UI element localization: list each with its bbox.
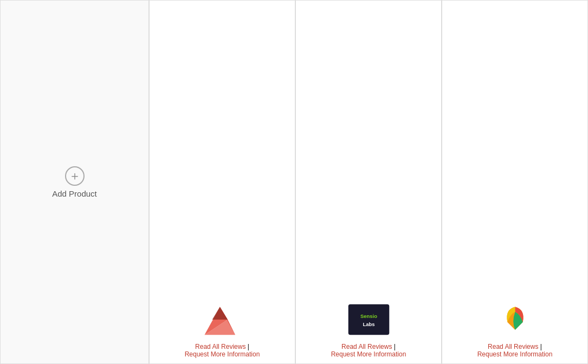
comparison-table: ＋ Add Product Read All Reviews | Request…: [0, 0, 588, 364]
svg-text:Labs: Labs: [363, 321, 374, 327]
product-3-links: Read All Reviews | Request More Informat…: [477, 343, 553, 358]
product-2-logo: Sensio Labs: [301, 301, 436, 339]
product-2-links: Read All Reviews | Request More Informat…: [331, 343, 406, 358]
header-label-cell: ＋ Add Product: [0, 0, 149, 364]
product-3-request-info[interactable]: Request More Information: [477, 350, 553, 358]
sensio-labs-logo: Sensio Labs: [346, 301, 392, 339]
svg-rect-4: [348, 304, 389, 335]
product-1-header: Read All Reviews | Request More Informat…: [149, 0, 295, 364]
product-3-sep: |: [540, 343, 542, 350]
product-1-links: Read All Reviews | Request More Informat…: [185, 343, 260, 358]
product-2-header: Sensio Labs Read All Reviews | Request M…: [295, 0, 442, 364]
product-1-request-info[interactable]: Request More Information: [185, 350, 260, 358]
product-2-request-info[interactable]: Request More Information: [331, 350, 406, 358]
add-icon: ＋: [65, 166, 85, 186]
product-3-header: Read All Reviews | Request More Informat…: [442, 0, 588, 364]
product-3-read-reviews[interactable]: Read All Reviews: [488, 343, 538, 350]
svg-marker-3: [212, 307, 227, 320]
product-2-read-reviews[interactable]: Read All Reviews: [341, 343, 392, 350]
product-1-sep: |: [248, 343, 249, 350]
product-3-logo: [448, 301, 582, 339]
product-1-logo: [155, 301, 289, 339]
leaf-logo: [492, 301, 538, 339]
product-2-sep: |: [394, 343, 396, 350]
svg-text:Sensio: Sensio: [360, 313, 377, 319]
product-1-read-reviews[interactable]: Read All Reviews: [195, 343, 245, 350]
red-squares-logo: [199, 301, 245, 339]
add-product-label: Add Product: [52, 189, 97, 198]
add-product-button[interactable]: ＋ Add Product: [52, 166, 97, 198]
